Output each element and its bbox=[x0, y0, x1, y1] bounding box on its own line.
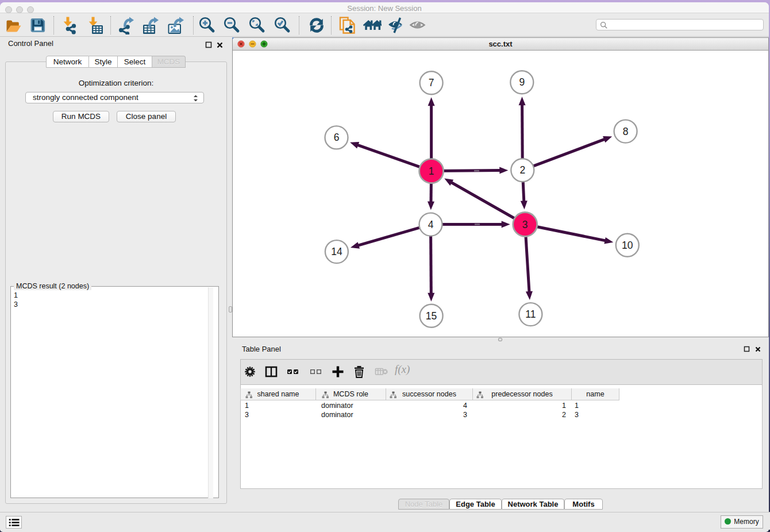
svg-text:10: 10 bbox=[622, 240, 633, 251]
svg-text:8: 8 bbox=[623, 126, 629, 137]
svg-text:9: 9 bbox=[519, 76, 525, 88]
svg-text:1: 1 bbox=[429, 165, 434, 177]
svg-text:15: 15 bbox=[426, 310, 437, 322]
svg-text:7: 7 bbox=[429, 77, 434, 88]
svg-text:2: 2 bbox=[519, 164, 525, 176]
svg-text:14: 14 bbox=[331, 246, 342, 257]
svg-text:11: 11 bbox=[525, 309, 536, 320]
svg-text:4: 4 bbox=[428, 219, 434, 230]
svg-text:3: 3 bbox=[522, 219, 528, 230]
svg-text:6: 6 bbox=[334, 132, 340, 143]
